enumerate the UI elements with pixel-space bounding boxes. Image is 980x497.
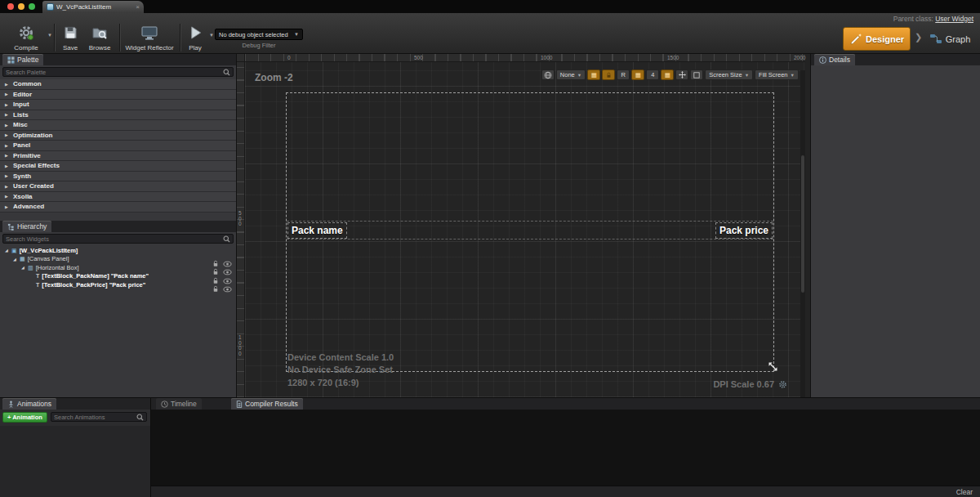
save-button[interactable]: Save bbox=[57, 23, 83, 53]
visibility-eye-icon[interactable] bbox=[223, 281, 232, 296]
horizontal-box-outline[interactable]: Pack name Pack price bbox=[287, 221, 773, 240]
palette-search-field[interactable] bbox=[2, 67, 234, 77]
palette-category-advanced[interactable]: ▶Advanced bbox=[0, 202, 236, 213]
resize-handle-icon[interactable] bbox=[768, 360, 778, 375]
palette-category-primitive[interactable]: ▶Primitive bbox=[0, 151, 236, 162]
expander-icon[interactable]: ▶ bbox=[5, 204, 10, 209]
play-button[interactable]: Play bbox=[183, 23, 207, 53]
expander-icon[interactable]: ▶ bbox=[5, 112, 10, 117]
device-content-scale-label: Device Content Scale 1.0 bbox=[287, 351, 394, 365]
canvas-icon: ▦ bbox=[20, 256, 25, 262]
expander-icon[interactable]: ▶ bbox=[5, 143, 10, 148]
animations-search-field[interactable] bbox=[51, 412, 147, 422]
snap-grid-icon-2[interactable]: ▦ bbox=[631, 69, 644, 80]
window-minimize-button[interactable] bbox=[18, 3, 24, 10]
expander-icon[interactable]: ▶ bbox=[5, 173, 10, 178]
widget-reflector-button[interactable]: Widget Reflector bbox=[122, 23, 176, 53]
fill-screen-dropdown[interactable]: Fill Screen▼ bbox=[755, 69, 799, 80]
expander-icon[interactable]: ▶ bbox=[5, 82, 10, 87]
expander-icon[interactable]: ▶ bbox=[5, 163, 10, 168]
save-floppy-icon bbox=[63, 25, 78, 41]
grid-size-button[interactable]: 4 bbox=[646, 69, 659, 80]
palette-category-common[interactable]: ▶Common bbox=[0, 79, 236, 90]
outline-toggle-icon[interactable] bbox=[690, 69, 703, 80]
hierarchy-item-canvas-panel[interactable]: ◢▦[Canvas Panel] bbox=[0, 255, 236, 264]
expander-icon[interactable]: ◢ bbox=[12, 257, 17, 262]
hierarchy-search-input[interactable] bbox=[6, 235, 221, 243]
tab-compiler-results[interactable]: Compiler Results bbox=[231, 398, 303, 410]
move-arrows-icon bbox=[679, 71, 686, 78]
animations-tabstrip: Animations bbox=[0, 398, 150, 410]
graph-mode-button[interactable]: Graph bbox=[924, 27, 976, 51]
palette-category-misc[interactable]: ▶Misc bbox=[0, 120, 236, 131]
hierarchy-item-horizontal-box[interactable]: ◢▥[Horizontal Box] bbox=[0, 263, 236, 272]
textblock-pack-name[interactable]: Pack name bbox=[287, 222, 347, 239]
expander-icon[interactable]: ▶ bbox=[5, 102, 10, 107]
palette-search-input[interactable] bbox=[6, 69, 221, 76]
blueprint-icon: ▣ bbox=[11, 248, 17, 253]
animations-search-input[interactable] bbox=[54, 414, 135, 421]
compile-dropdown-icon[interactable]: ▼ bbox=[47, 33, 52, 38]
expander-icon[interactable]: ▶ bbox=[5, 194, 10, 199]
palette-category-editor[interactable]: ▶Editor bbox=[0, 90, 236, 101]
preview-culture-dropdown[interactable]: None▼ bbox=[556, 69, 586, 80]
hierarchy-item-textblock-packprice-pack-price[interactable]: T[TextBlock_PackPrice] "Pack price" bbox=[0, 280, 236, 289]
toolbar-separator bbox=[54, 24, 55, 51]
tab-hierarchy[interactable]: Hierarchy bbox=[2, 221, 51, 232]
tab-close-icon[interactable]: × bbox=[136, 3, 140, 11]
compile-button[interactable]: Compile bbox=[5, 23, 47, 53]
transform-mode-icon[interactable] bbox=[675, 69, 688, 80]
expander-icon[interactable]: ▶ bbox=[5, 184, 10, 189]
palette-category-user-created[interactable]: ▶User Created bbox=[0, 181, 236, 192]
palette-category-panel[interactable]: ▶Panel bbox=[0, 141, 236, 151]
window-maximize-button[interactable] bbox=[29, 3, 35, 10]
animations-panel: Animations + Animation bbox=[0, 397, 150, 497]
hierarchy-search-field[interactable] bbox=[2, 234, 234, 244]
palette-category-synth[interactable]: ▶Synth bbox=[0, 172, 236, 182]
tab-animations[interactable]: Animations bbox=[2, 398, 56, 410]
localization-preview-button[interactable] bbox=[541, 69, 555, 80]
add-animation-button[interactable]: + Animation bbox=[2, 412, 47, 423]
expander-icon[interactable]: ◢ bbox=[20, 265, 25, 270]
asset-tab[interactable]: W_VcPackListItem × bbox=[42, 1, 144, 13]
dpi-settings-gear-icon[interactable] bbox=[778, 380, 787, 389]
lock-icon[interactable] bbox=[602, 69, 615, 80]
expander-icon[interactable]: ▶ bbox=[5, 153, 10, 158]
window-close-button[interactable] bbox=[7, 3, 14, 10]
viewport-scrollbar[interactable] bbox=[800, 70, 805, 397]
palette-category-input[interactable]: ▶Input bbox=[0, 100, 236, 110]
tab-palette[interactable]: Palette bbox=[2, 54, 43, 65]
tab-timeline[interactable]: Timeline bbox=[156, 398, 202, 410]
palette-category-lists[interactable]: ▶Lists bbox=[0, 110, 236, 121]
browse-folder-icon bbox=[91, 25, 108, 41]
snap-grid-icon-3[interactable]: ▦ bbox=[661, 69, 674, 80]
rotation-snap-button[interactable]: R bbox=[617, 69, 630, 80]
compiler-results-log[interactable] bbox=[151, 410, 980, 486]
parent-class-link[interactable]: User Widget bbox=[935, 15, 973, 23]
snap-grid-icon[interactable]: ▦ bbox=[587, 69, 600, 80]
palette-category-special-effects[interactable]: ▶Special Effects bbox=[0, 161, 236, 172]
debug-object-dropdown[interactable]: No debug object selected ▼ bbox=[215, 29, 303, 40]
hierarchy-item-w-vcpacklistitem[interactable]: ◢▣[W_VcPackListItem] bbox=[0, 246, 236, 255]
lock-open-icon[interactable] bbox=[212, 281, 219, 296]
expander-icon[interactable]: ◢ bbox=[4, 248, 9, 253]
scrollbar-thumb[interactable] bbox=[801, 155, 804, 293]
clear-button[interactable]: Clear bbox=[956, 488, 973, 496]
screen-size-dropdown[interactable]: Screen Size▼ bbox=[705, 69, 753, 80]
play-dropdown-icon[interactable]: ▼ bbox=[209, 33, 214, 38]
expander-icon[interactable]: ▶ bbox=[5, 92, 10, 96]
browse-button[interactable]: Browse bbox=[85, 23, 114, 53]
tab-details[interactable]: Details bbox=[814, 54, 855, 65]
designer-mode-button[interactable]: Designer bbox=[843, 27, 911, 51]
palette-category-optimization[interactable]: ▶Optimization bbox=[0, 131, 236, 141]
widget-preview-outline[interactable]: Pack name Pack price bbox=[286, 92, 774, 372]
expander-icon[interactable]: ▶ bbox=[5, 132, 10, 137]
design-viewport[interactable]: Zoom -2 None▼ ▦ bbox=[245, 62, 805, 397]
animation-person-icon bbox=[7, 401, 15, 408]
palette-category-label: Xsolla bbox=[13, 193, 33, 200]
palette-category-xsolla[interactable]: ▶Xsolla bbox=[0, 192, 236, 203]
details-tabstrip: Details bbox=[811, 54, 980, 65]
expander-icon[interactable]: ▶ bbox=[5, 123, 10, 128]
textblock-pack-price[interactable]: Pack price bbox=[715, 222, 773, 239]
hierarchy-item-textblock-packname-pack-name[interactable]: T[TextBlock_PackName] "Pack name" bbox=[0, 272, 236, 281]
